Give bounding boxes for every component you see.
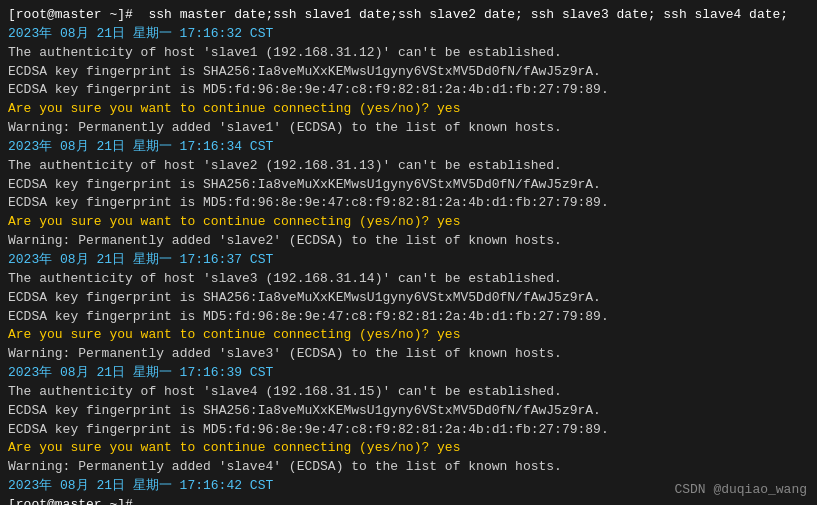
terminal-line: Are you sure you want to continue connec… [8,439,809,458]
terminal-line: The authenticity of host 'slave1 (192.16… [8,44,809,63]
terminal-line: Warning: Permanently added 'slave4' (ECD… [8,458,809,477]
terminal-output: [root@master ~]# ssh master date;ssh sla… [8,6,809,505]
terminal-line: The authenticity of host 'slave2 (192.16… [8,157,809,176]
terminal-line: Are you sure you want to continue connec… [8,100,809,119]
terminal-line: [root@master ~]# ssh master date;ssh sla… [8,6,809,25]
terminal-line: ECDSA key fingerprint is SHA256:Ia8veMuX… [8,402,809,421]
terminal-line: The authenticity of host 'slave3 (192.16… [8,270,809,289]
terminal-line: Are you sure you want to continue connec… [8,213,809,232]
terminal: [root@master ~]# ssh master date;ssh sla… [0,0,817,505]
terminal-line: Are you sure you want to continue connec… [8,326,809,345]
terminal-line: 2023年 08月 21日 星期一 17:16:32 CST [8,25,809,44]
terminal-line: Warning: Permanently added 'slave2' (ECD… [8,232,809,251]
terminal-line: Warning: Permanently added 'slave1' (ECD… [8,119,809,138]
terminal-line: ECDSA key fingerprint is MD5:fd:96:8e:9e… [8,194,809,213]
terminal-line: ECDSA key fingerprint is MD5:fd:96:8e:9e… [8,308,809,327]
terminal-line: ECDSA key fingerprint is MD5:fd:96:8e:9e… [8,421,809,440]
terminal-line: ECDSA key fingerprint is SHA256:Ia8veMuX… [8,289,809,308]
terminal-line: 2023年 08月 21日 星期一 17:16:34 CST [8,138,809,157]
watermark: CSDN @duqiao_wang [674,482,807,497]
terminal-line: 2023年 08月 21日 星期一 17:16:37 CST [8,251,809,270]
terminal-line: [root@master ~]# [8,496,809,505]
terminal-line: Warning: Permanently added 'slave3' (ECD… [8,345,809,364]
terminal-line: The authenticity of host 'slave4 (192.16… [8,383,809,402]
terminal-line: ECDSA key fingerprint is SHA256:Ia8veMuX… [8,63,809,82]
terminal-line: ECDSA key fingerprint is SHA256:Ia8veMuX… [8,176,809,195]
terminal-line: ECDSA key fingerprint is MD5:fd:96:8e:9e… [8,81,809,100]
terminal-line: 2023年 08月 21日 星期一 17:16:39 CST [8,364,809,383]
